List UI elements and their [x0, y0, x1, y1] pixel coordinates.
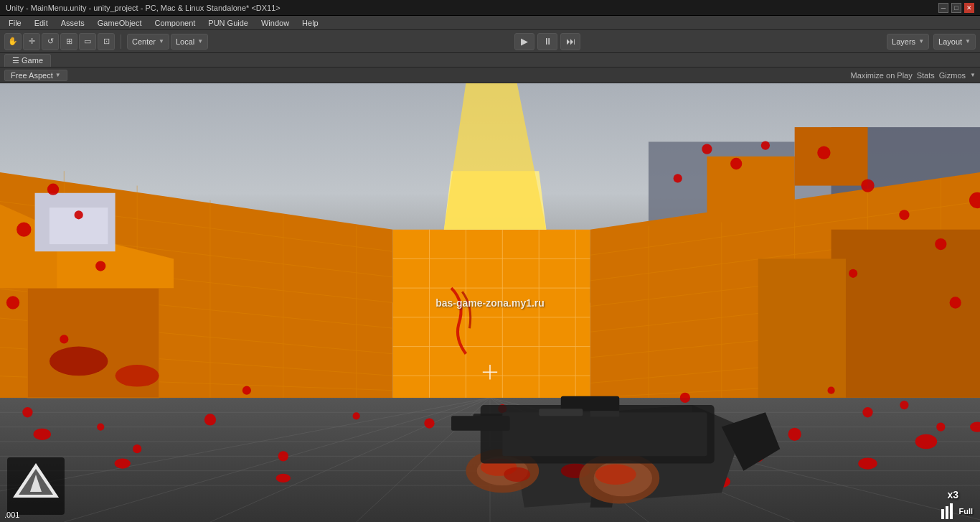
- svg-point-101: [915, 434, 938, 449]
- menu-gameobject[interactable]: GameObject: [92, 17, 148, 29]
- menu-component[interactable]: Component: [149, 17, 201, 29]
- svg-point-128: [504, 467, 530, 482]
- restore-button[interactable]: □: [951, 3, 961, 13]
- svg-rect-64: [758, 258, 846, 397]
- bottom-left-hud: .001: [4, 511, 19, 519]
- svg-point-77: [935, 238, 946, 250]
- menu-bar: File Edit Assets GameObject Component PU…: [0, 16, 980, 30]
- svg-point-103: [115, 458, 131, 468]
- game-scene-svg: [0, 83, 980, 522]
- svg-point-71: [17, 222, 31, 236]
- transform-tool-button[interactable]: ⊡: [98, 33, 115, 50]
- pause-button[interactable]: ⏸: [537, 33, 557, 50]
- svg-point-100: [34, 429, 51, 440]
- svg-rect-134: [451, 416, 509, 430]
- menu-help[interactable]: Help: [296, 17, 324, 29]
- svg-point-85: [936, 423, 945, 432]
- stats-label[interactable]: Stats: [917, 71, 935, 80]
- scale-tool-button[interactable]: ⊞: [60, 33, 77, 50]
- svg-point-110: [817, 146, 830, 159]
- svg-point-86: [788, 428, 801, 441]
- maximize-on-play-label[interactable]: Maximize on Play: [851, 71, 913, 80]
- ammo-bars: [941, 503, 953, 519]
- svg-point-87: [133, 444, 141, 453]
- close-button[interactable]: ✕: [964, 3, 974, 13]
- svg-point-97: [900, 401, 908, 409]
- toolbar-sep-1: [121, 34, 121, 49]
- svg-point-81: [22, 407, 32, 417]
- svg-rect-135: [539, 409, 583, 416]
- menu-assets[interactable]: Assets: [55, 17, 90, 29]
- minimize-button[interactable]: ─: [938, 3, 948, 13]
- center-dropdown[interactable]: Center: [127, 34, 169, 50]
- ammo-bar-3: [950, 503, 953, 519]
- svg-point-82: [97, 424, 104, 431]
- svg-point-74: [60, 335, 68, 343]
- menu-window[interactable]: Window: [255, 17, 295, 29]
- svg-point-92: [680, 393, 690, 403]
- menu-file[interactable]: File: [3, 17, 27, 29]
- playback-controls: ▶ ⏸ ⏭: [211, 33, 884, 50]
- svg-point-70: [75, 210, 83, 219]
- svg-point-107: [702, 144, 712, 154]
- game-area: ☰ Game Free Aspect ▼ Maximize on Play St…: [0, 53, 980, 522]
- game-toolbar-right: Maximize on Play Stats Gizmos ▼: [851, 71, 976, 80]
- gizmos-label[interactable]: Gizmos: [939, 71, 966, 80]
- svg-point-96: [353, 412, 360, 419]
- svg-point-88: [278, 451, 288, 461]
- step-button[interactable]: ⏭: [560, 33, 580, 50]
- menu-pun-guide[interactable]: PUN Guide: [202, 17, 254, 29]
- menu-edit[interactable]: Edit: [29, 17, 54, 29]
- window-controls: ─ □ ✕: [938, 3, 974, 13]
- svg-rect-136: [590, 411, 620, 416]
- svg-point-113: [116, 365, 159, 387]
- time-counter: .001: [4, 511, 19, 519]
- svg-point-98: [424, 418, 434, 428]
- local-dropdown[interactable]: Local: [171, 34, 208, 50]
- svg-point-72: [95, 261, 105, 271]
- svg-point-93: [827, 387, 834, 394]
- svg-point-104: [858, 457, 877, 469]
- ammo-bar-1: [941, 509, 944, 519]
- game-toolbar: Free Aspect ▼ Maximize on Play Stats Giz…: [0, 67, 980, 83]
- x3-counter: x3: [947, 489, 958, 500]
- play-button[interactable]: ▶: [514, 33, 534, 50]
- game-viewport[interactable]: bas-game-zona.my1.ru .001 x3: [0, 83, 980, 522]
- game-tab[interactable]: ☰ Game: [4, 54, 51, 67]
- svg-point-91: [242, 386, 251, 395]
- svg-point-131: [595, 465, 636, 485]
- free-aspect-dropdown[interactable]: Free Aspect ▼: [4, 70, 67, 81]
- game-tab-bar: ☰ Game: [0, 53, 980, 67]
- svg-point-76: [899, 210, 909, 220]
- svg-point-75: [861, 179, 874, 192]
- title-bar: Unity - MainMenu.unity - unity_project -…: [0, 0, 980, 16]
- svg-point-79: [849, 269, 857, 278]
- free-aspect-chevron: ▼: [55, 72, 61, 78]
- svg-point-111: [674, 174, 682, 182]
- rotate-tool-button[interactable]: ↺: [42, 33, 59, 50]
- right-toolbar: Layers Layout: [887, 34, 976, 50]
- window-title: Unity - MainMenu.unity - unity_project -…: [6, 4, 281, 12]
- transform-tools: ✋ ✛ ↺ ⊞ ▭ ⊡: [4, 33, 115, 50]
- svg-point-73: [6, 296, 19, 309]
- pivot-tools: Center Local: [127, 34, 208, 50]
- gizmos-chevron: ▼: [970, 72, 976, 78]
- svg-point-84: [862, 407, 872, 417]
- rect-tool-button[interactable]: ▭: [79, 33, 96, 50]
- ammo-bar-2: [946, 506, 948, 519]
- svg-rect-65: [707, 157, 794, 223]
- hand-tool-button[interactable]: ✋: [4, 33, 22, 50]
- main-toolbar: ✋ ✛ ↺ ⊞ ▭ ⊡ Center Local ▶ ⏸ ⏭ Layers La…: [0, 30, 980, 53]
- x3-text: x3: [947, 489, 958, 500]
- svg-point-112: [50, 347, 108, 376]
- svg-rect-63: [831, 230, 980, 398]
- svg-rect-66: [795, 127, 868, 185]
- svg-point-108: [730, 158, 742, 169]
- layers-dropdown[interactable]: Layers: [887, 34, 929, 50]
- full-label: Full: [958, 507, 973, 516]
- bottom-hud: Full: [941, 503, 973, 519]
- move-tool-button[interactable]: ✛: [23, 33, 40, 50]
- svg-point-80: [950, 297, 961, 308]
- layout-dropdown[interactable]: Layout: [933, 34, 976, 50]
- svg-point-105: [276, 474, 291, 483]
